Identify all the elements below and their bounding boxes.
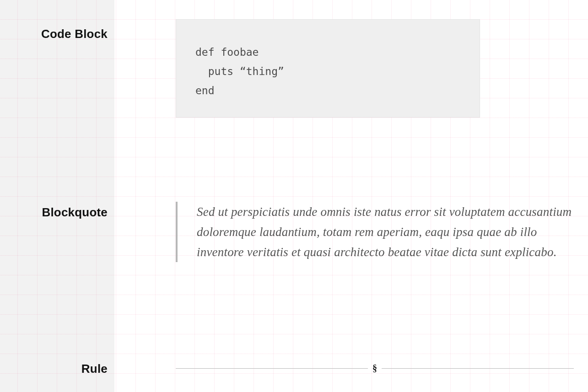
blockquote-text: Sed ut perspiciatis unde omnis iste natu… bbox=[197, 202, 578, 262]
label-rule: Rule bbox=[81, 362, 108, 376]
rule-line-left bbox=[176, 368, 368, 369]
rule-ornament: § bbox=[368, 364, 382, 373]
blockquote-example: Sed ut perspiciatis unde omnis iste natu… bbox=[176, 202, 578, 262]
rule-example: § bbox=[176, 364, 574, 373]
code-block-example: def foobae puts “thing” end bbox=[176, 19, 480, 118]
label-code-block: Code Block bbox=[41, 27, 108, 41]
rule-line-right bbox=[382, 368, 574, 369]
label-blockquote: Blockquote bbox=[42, 205, 108, 220]
sidebar-overlay bbox=[0, 0, 114, 392]
code-block-content: def foobae puts “thing” end bbox=[195, 43, 460, 100]
